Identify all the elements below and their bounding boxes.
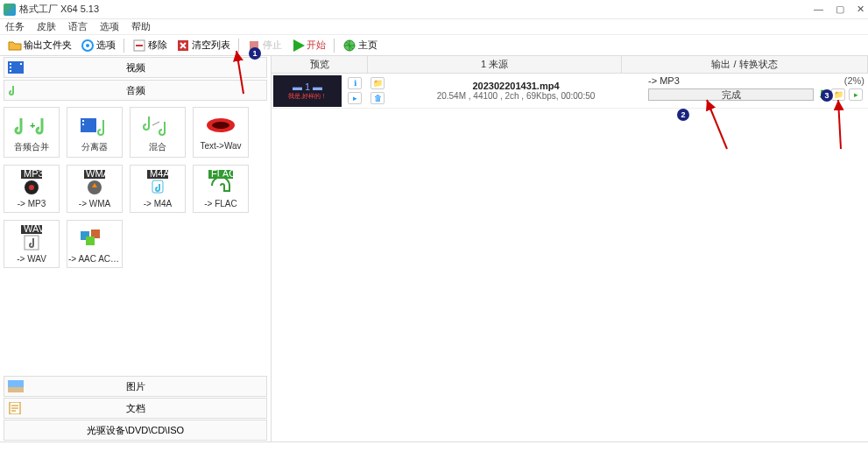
task-file-buttons: 📁 🗑	[366, 74, 389, 108]
svg-rect-34	[86, 237, 95, 245]
remove-label: 移除	[148, 39, 167, 52]
wma-icon: WMA	[77, 169, 112, 197]
category-video[interactable]: 视频	[4, 57, 267, 78]
category-picture[interactable]: 图片	[4, 376, 267, 397]
clear-button[interactable]: 清空列表	[173, 38, 233, 53]
output-folder-button[interactable]: 输出文件夹	[5, 38, 74, 53]
bottom-categories: 图片 文档 光驱设备\DVD\CD\ISO	[0, 375, 271, 441]
clear-label: 清空列表	[192, 39, 230, 52]
delete-button[interactable]: 🗑	[370, 92, 385, 104]
merge-icon: +	[14, 111, 49, 139]
play-icon	[291, 39, 305, 53]
output-folder-label: 输出文件夹	[24, 39, 72, 52]
tile-mp3[interactable]: MP3-> MP3	[4, 165, 60, 213]
tile-wma[interactable]: WMA-> WMA	[67, 165, 123, 213]
category-devices[interactable]: 光驱设备\DVD\CD\ISO	[4, 420, 267, 441]
splitter-icon	[77, 111, 112, 139]
tile-m4a[interactable]: M4A-> M4A	[130, 165, 186, 213]
svg-rect-9	[10, 70, 11, 72]
category-picture-label: 图片	[126, 380, 145, 393]
tile-aac[interactable]: -> AAC AC3 DTS Etc...	[67, 220, 123, 268]
menu-skin[interactable]: 皮肤	[37, 20, 56, 33]
category-document-label: 文档	[126, 402, 145, 415]
download-icon[interactable]: ⬇	[817, 88, 828, 102]
task-output: -> MP3 完成 ⬇ 📁 ▸ (2%)	[643, 74, 868, 108]
svg-text:+: +	[30, 120, 35, 131]
globe-icon	[342, 39, 356, 53]
svg-rect-14	[82, 124, 84, 125]
close-button[interactable]: ✕	[857, 4, 864, 15]
film-icon	[8, 61, 24, 74]
tile-label: -> FLAC	[204, 199, 237, 208]
remove-icon	[132, 39, 146, 53]
note-icon	[8, 84, 24, 96]
task-percent: (2%)	[844, 75, 864, 86]
play-button[interactable]: ▸	[348, 92, 362, 104]
info-button[interactable]: ℹ	[348, 77, 362, 89]
tile-label: 音频合并	[14, 141, 49, 153]
svg-point-20	[29, 185, 34, 190]
category-audio[interactable]: 音频	[4, 80, 267, 101]
mouth-icon	[203, 111, 238, 139]
tile-label: 混合	[149, 141, 166, 153]
mp3-icon: MP3	[14, 169, 49, 197]
menu-help[interactable]: 帮助	[131, 20, 151, 33]
menu-options[interactable]: 选项	[100, 20, 119, 33]
svg-rect-4	[250, 41, 258, 50]
mix-icon	[140, 111, 175, 139]
window-title: 格式工厂 X64 5.13	[19, 3, 814, 16]
task-preview-buttons: ℹ ▸	[343, 74, 366, 108]
task-format: -> MP3	[648, 75, 863, 86]
task-filename: 202302201431.mp4	[472, 81, 559, 91]
tile-mix[interactable]: 混合	[130, 107, 186, 158]
header-output[interactable]: 输出 / 转换状态	[622, 56, 868, 73]
aac-icon	[77, 224, 112, 252]
category-document[interactable]: 文档	[4, 398, 267, 419]
svg-rect-36	[8, 387, 24, 392]
options-button[interactable]: 选项	[78, 38, 118, 53]
minimize-button[interactable]: —	[814, 4, 823, 15]
task-thumbnail[interactable]: ▬ 1 ▬我是,好样的！	[273, 75, 342, 107]
task-row[interactable]: ▬ 1 ▬我是,好样的！ ℹ ▸ 📁 🗑 202302201431.mp4 20…	[272, 74, 868, 109]
m4a-icon: M4A	[140, 169, 175, 197]
tile-splitter[interactable]: 分离器	[67, 107, 123, 158]
output-play-button[interactable]: ▸	[849, 88, 863, 101]
toolbar: 输出文件夹 选项 移除 清空列表 停止 开始 主页	[0, 35, 868, 56]
tile-label: -> AAC AC3 DTS Etc...	[68, 254, 121, 264]
output-folder-button[interactable]: 📁	[831, 88, 845, 101]
tile-flac[interactable]: FLAC-> FLAC	[193, 165, 249, 213]
category-video-label: 视频	[126, 61, 145, 74]
tile-text2wav[interactable]: Text->Wav	[193, 107, 249, 158]
menubar: 任务 皮肤 语言 选项 帮助	[0, 19, 868, 35]
main-area: 视频 音频 +音频合并 分离器 混合 Text->Wav MP3-> MP3 W…	[0, 56, 868, 441]
start-button[interactable]: 开始	[288, 38, 328, 53]
stop-button[interactable]: 停止	[244, 38, 285, 53]
svg-point-1	[86, 44, 89, 47]
menu-language[interactable]: 语言	[68, 20, 88, 33]
tile-label: -> M4A	[144, 199, 173, 208]
tile-audio-merge[interactable]: +音频合并	[4, 107, 60, 158]
maximize-button[interactable]: ▢	[836, 4, 844, 15]
clear-icon	[176, 39, 190, 53]
svg-text:M4A: M4A	[150, 170, 170, 179]
document-icon	[8, 402, 24, 414]
tile-wav[interactable]: WAV-> WAV	[4, 220, 60, 268]
open-folder-button[interactable]: 📁	[370, 77, 385, 89]
start-label: 开始	[307, 39, 326, 52]
sidebar: 视频 音频 +音频合并 分离器 混合 Text->Wav MP3-> MP3 W…	[0, 56, 272, 441]
progress-status: 完成	[722, 88, 741, 102]
stop-label: 停止	[263, 39, 282, 52]
flac-icon: FLAC	[203, 169, 238, 197]
options-label: 选项	[96, 39, 116, 52]
svg-rect-7	[10, 63, 11, 65]
header-preview[interactable]: 预览	[272, 56, 368, 73]
header-source[interactable]: 1 来源	[368, 56, 622, 73]
wav-icon: WAV	[14, 224, 49, 252]
remove-button[interactable]: 移除	[130, 38, 170, 53]
menu-task[interactable]: 任务	[5, 20, 25, 33]
svg-text:WAV: WAV	[24, 225, 45, 234]
audio-tiles: +音频合并 分离器 混合 Text->Wav MP3-> MP3 WMA-> W…	[0, 102, 271, 273]
picture-icon	[8, 380, 24, 392]
tile-label: -> MP3	[18, 199, 46, 208]
home-button[interactable]: 主页	[340, 38, 380, 53]
